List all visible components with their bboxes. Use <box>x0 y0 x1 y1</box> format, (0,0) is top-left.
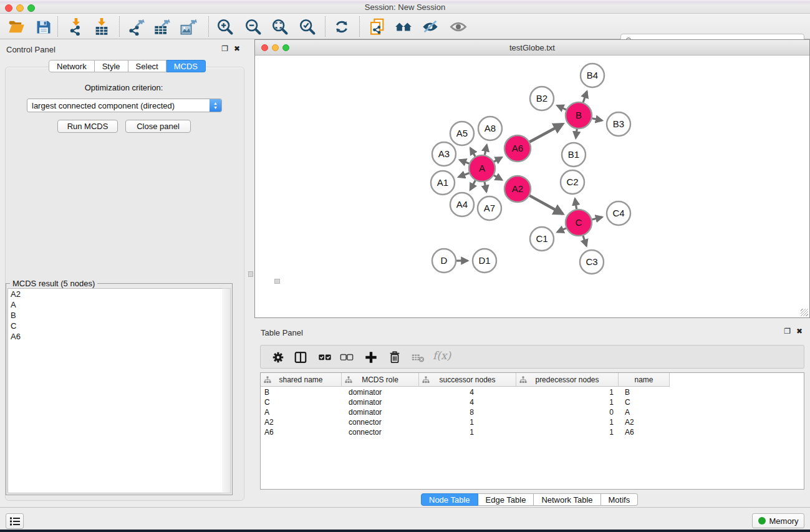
graph-node-C2[interactable]: C2 <box>561 170 584 194</box>
table-row[interactable]: Cdominator41C <box>261 397 804 407</box>
graph-node-A8[interactable]: A8 <box>478 117 502 140</box>
hide-selected-icon[interactable] <box>420 17 440 37</box>
resize-grip-icon[interactable] <box>801 309 808 316</box>
table-cell[interactable]: connector <box>342 427 419 437</box>
table-row[interactable]: A2connector11A2 <box>261 417 804 427</box>
table-cell[interactable]: dominator <box>342 397 419 407</box>
table-cell[interactable]: 1 <box>419 417 516 427</box>
column-header-predecessor-nodes[interactable]: predecessor nodes <box>516 373 619 387</box>
float-table-panel-icon[interactable]: ❐ <box>784 327 791 336</box>
graph-edge-A-A7[interactable] <box>485 182 486 192</box>
show-all-icon[interactable] <box>448 17 468 37</box>
graph-node-A4[interactable]: A4 <box>450 193 474 216</box>
graph-edge-A-A5[interactable] <box>470 148 475 156</box>
column-header-name[interactable]: name <box>619 373 670 387</box>
table-tab-network-table[interactable]: Network Table <box>534 493 600 506</box>
graph-edge-B-B2[interactable] <box>557 105 566 110</box>
table-cell[interactable]: B <box>261 387 342 397</box>
mcds-result-item[interactable]: A2 <box>8 289 223 299</box>
delete-column-icon[interactable] <box>386 349 403 366</box>
graph-node-A[interactable]: A <box>469 155 495 181</box>
graph-node-C[interactable]: C <box>566 210 592 236</box>
graph-edge-A-A3[interactable] <box>460 160 469 164</box>
refresh-icon[interactable] <box>332 17 352 37</box>
graph-edge-B-B1[interactable] <box>576 129 577 138</box>
table-cell[interactable]: A <box>261 407 342 417</box>
divider-handle[interactable] <box>248 271 253 277</box>
zoom-selected-icon[interactable] <box>297 17 317 37</box>
graph-edge-A-A6[interactable] <box>494 157 502 162</box>
close-panel-icon[interactable]: ✖ <box>234 44 240 53</box>
import-table-icon[interactable] <box>92 17 112 37</box>
table-tab-motifs[interactable]: Motifs <box>601 493 639 506</box>
graph-edge-C-C4[interactable] <box>592 217 602 220</box>
table-cell[interactable]: 0 <box>516 407 619 417</box>
graph-node-B2[interactable]: B2 <box>530 87 554 110</box>
network-window-titlebar[interactable]: testGlobe.txt <box>255 40 809 56</box>
select-all-icon[interactable] <box>316 349 334 366</box>
import-network-icon[interactable] <box>66 17 86 37</box>
graph-node-A5[interactable]: A5 <box>450 122 474 145</box>
first-neighbors-icon[interactable] <box>393 17 413 37</box>
select-columns-icon[interactable] <box>292 349 309 366</box>
graph-node-B4[interactable]: B4 <box>581 64 604 87</box>
tab-select[interactable]: Select <box>128 60 166 72</box>
deselect-all-icon[interactable] <box>338 349 355 366</box>
table-cell[interactable]: A2 <box>619 417 670 427</box>
table-cell[interactable]: 1 <box>419 427 516 437</box>
graph-node-B1[interactable]: B1 <box>562 143 586 167</box>
graph-node-D[interactable]: D <box>432 249 456 273</box>
table-tab-edge-table[interactable]: Edge Table <box>478 493 534 506</box>
close-panel-button[interactable]: Close panel <box>125 120 191 133</box>
run-mcds-button[interactable]: Run MCDS <box>57 120 118 133</box>
table-row[interactable]: Adominator80A <box>261 407 804 417</box>
graph-node-B3[interactable]: B3 <box>607 112 630 136</box>
graph-edge-A-A1[interactable] <box>458 173 469 177</box>
export-table-icon[interactable] <box>152 17 172 37</box>
table-cell[interactable]: A <box>619 407 670 417</box>
graph-node-A7[interactable]: A7 <box>478 196 501 220</box>
mcds-result-list[interactable]: A2ABCA6 <box>7 288 223 493</box>
table-cell[interactable]: B <box>619 387 670 397</box>
copy-network-icon[interactable] <box>367 17 387 37</box>
graph-edge-C-C2[interactable] <box>575 199 577 210</box>
graph-node-C3[interactable]: C3 <box>580 250 604 274</box>
graph-node-C1[interactable]: C1 <box>530 227 554 251</box>
float-panel-icon[interactable]: ❐ <box>221 44 228 53</box>
network-canvas[interactable]: B4B2BB3A5A8A6A3B1AA1C2A2A4A7C4CC1DD1C3 <box>255 56 809 317</box>
table-cell[interactable]: dominator <box>342 387 419 397</box>
graph-node-A3[interactable]: A3 <box>432 142 456 166</box>
tab-mcds[interactable]: MCDS <box>166 60 206 72</box>
table-cell[interactable]: 1 <box>516 397 619 407</box>
graph-node-B[interactable]: B <box>566 102 592 128</box>
mcds-result-item[interactable]: C <box>8 321 223 331</box>
zoom-fit-icon[interactable] <box>270 17 290 37</box>
tab-style[interactable]: Style <box>95 60 128 72</box>
graph-edge-B-B3[interactable] <box>592 118 602 121</box>
column-header-successor-nodes[interactable]: successor nodes <box>419 373 516 387</box>
export-image-icon[interactable] <box>178 17 198 37</box>
task-history-button[interactable] <box>6 513 24 529</box>
graph-node-A2[interactable]: A2 <box>504 176 531 202</box>
save-session-icon[interactable] <box>34 17 54 37</box>
column-header-MCDS-role[interactable]: MCDS role <box>342 373 419 387</box>
table-cell[interactable]: 4 <box>419 387 516 397</box>
mcds-result-item[interactable]: B <box>8 310 223 321</box>
criterion-select[interactable]: largest connected component (directed) ▲… <box>27 99 222 112</box>
graph-edge-C-C1[interactable] <box>557 228 566 232</box>
graph-edge-A2-C[interactable] <box>529 196 562 214</box>
tab-network[interactable]: Network <box>49 60 95 72</box>
table-row[interactable]: Bdominator41B <box>261 387 804 397</box>
table-cell[interactable]: 1 <box>516 427 619 437</box>
graph-node-A6[interactable]: A6 <box>504 135 531 162</box>
table-tab-node-table[interactable]: Node Table <box>421 493 478 506</box>
table-cell[interactable]: dominator <box>342 407 419 417</box>
graph-edge-A-A8[interactable] <box>485 145 486 155</box>
graph-edge-C-C3[interactable] <box>583 236 587 246</box>
table-cell[interactable]: C <box>261 397 342 407</box>
close-table-panel-icon[interactable]: ✖ <box>796 327 803 336</box>
zoom-in-icon[interactable] <box>215 17 235 37</box>
horizontal-divider-handle[interactable] <box>274 279 280 284</box>
panel-divider[interactable] <box>248 39 254 507</box>
table-cell[interactable]: connector <box>342 417 419 427</box>
